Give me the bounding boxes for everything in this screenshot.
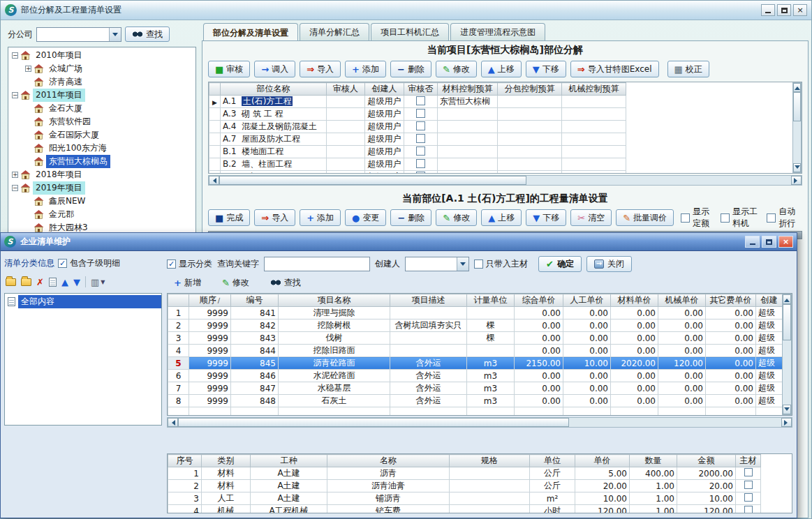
tree-item[interactable]: 阳光100东方海 (8, 142, 195, 155)
add-button[interactable]: +添加 (345, 61, 386, 77)
creator-combobox[interactable] (405, 257, 469, 271)
batch-price-button[interactable]: ✎批量调价 (616, 209, 674, 226)
auto-wrap-option[interactable]: 自动折行 (767, 206, 802, 230)
find-button[interactable]: 查找 (125, 27, 170, 42)
import-gantt-excel-button[interactable]: ⇒导入甘特图Excel (570, 61, 659, 77)
tree-item[interactable]: 金石大厦 (8, 102, 195, 115)
col-material-budget[interactable]: 材料控制预算 (438, 83, 498, 96)
tree-item[interactable]: 金石国际大厦 (8, 128, 195, 142)
collapse-icon[interactable]: − (12, 92, 18, 98)
scrollbar-thumb[interactable] (793, 92, 801, 121)
detail-row[interactable]: 3人工A土建铺沥青m²10.001.0010.00 (168, 492, 761, 505)
finish-button[interactable]: ■完成 (208, 209, 250, 226)
col-subcontract-budget[interactable]: 分包控制预算 (498, 83, 562, 96)
tree-item[interactable]: +2018年项目 (8, 168, 195, 181)
expand-icon[interactable]: + (12, 172, 18, 178)
move-down-button[interactable]: ▼下移 (526, 61, 566, 77)
parts-vertical-scrollbar[interactable] (792, 82, 802, 173)
list-row[interactable]: 39999843伐树棵0.000.000.000.000.00超级 (168, 332, 783, 345)
col-amount[interactable]: 金额 (677, 455, 736, 467)
col-trade[interactable]: 工种 (251, 455, 327, 467)
audit-checkbox[interactable] (416, 159, 425, 168)
parts-row[interactable]: B.1 楼地面工程 超级用户 (209, 146, 626, 158)
combo-arrow-icon[interactable] (109, 28, 121, 41)
edit-folder-icon[interactable] (21, 278, 31, 286)
open-folder-icon[interactable] (6, 278, 16, 286)
move-up-button[interactable]: ▲上移 (481, 61, 522, 77)
col-unit[interactable]: 单位 (530, 455, 575, 467)
scroll-up-icon[interactable] (783, 294, 791, 304)
tree-item-selected[interactable]: 东营恒大棕榈岛 (8, 155, 195, 168)
list-row[interactable]: 69999846水泥砼路面含外运m30.000.000.000.000.00超级 (168, 370, 783, 382)
show-category-option[interactable]: ✓ 显示分类 (167, 258, 212, 270)
col-auditor[interactable]: 审核人 (327, 83, 365, 96)
scrollbar-thumb[interactable] (783, 304, 791, 340)
main-material-checkbox[interactable] (744, 506, 753, 513)
col-creator[interactable]: 创建人 (365, 83, 404, 96)
tab-progress-flow[interactable]: 进度管理流程示意图 (450, 23, 545, 40)
delete-button[interactable]: −删除 (390, 61, 431, 77)
detail-row[interactable]: 1材料A土建沥青公斤5.00400.002000.00 (168, 467, 761, 480)
minimize-button[interactable] (745, 236, 760, 248)
tree-item[interactable]: −2019年项目 (8, 181, 195, 195)
scrollbar-thumb[interactable] (219, 176, 526, 185)
combo-arrow-icon[interactable] (457, 257, 468, 271)
col-composite-price[interactable]: 综合单价 (515, 294, 563, 307)
list-row[interactable]: 89999848石灰土含外运m30.000.000.000.000.00超级 (168, 395, 783, 407)
col-code[interactable]: 编号 (231, 294, 279, 307)
tab-materials-summary[interactable]: 项目工料机汇总 (371, 23, 449, 40)
tree-item[interactable]: +众城广场 (8, 62, 195, 75)
move-down-icon[interactable]: ▼ (73, 278, 80, 287)
calibrate-button[interactable]: ▦校正 (667, 61, 709, 77)
tree-item[interactable]: 东营软件园 (8, 115, 195, 128)
col-main-material[interactable]: 主材 (736, 455, 761, 467)
list-row[interactable]: 19999841清理与掘除0.000.000.000.000.00超级 (168, 307, 783, 319)
col-other-price[interactable]: 其它费单价 (706, 294, 756, 307)
list-row[interactable]: 29999842挖除树根含树坑回填夯实只棵0.000.000.000.000.0… (168, 319, 783, 332)
parts-horizontal-scrollbar[interactable] (208, 175, 802, 186)
new-button[interactable]: +新增 (168, 275, 207, 290)
list-row[interactable]: 49999844挖除旧路面0.000.000.000.000.00超级 (168, 345, 783, 357)
detail-row[interactable]: 2材料A土建沥青油膏公斤20.001.0020.00 (168, 480, 761, 492)
audit-checkbox[interactable] (416, 96, 425, 105)
close-button[interactable]: × (778, 236, 793, 248)
main-material-checkbox[interactable] (744, 468, 753, 476)
maximize-button[interactable] (762, 236, 776, 248)
col-order[interactable]: 顺序∕ (189, 294, 231, 307)
detail-row[interactable]: 4机械A工程机械铲车费小时120.001.00120.00 (168, 505, 761, 514)
col-material-price[interactable]: 材料单价 (611, 294, 658, 307)
col-seq[interactable]: 序号 (168, 455, 202, 467)
load-in-button[interactable]: →调入 (254, 61, 295, 77)
find-button[interactable]: 查找 (265, 275, 307, 290)
sheet-icon[interactable] (49, 278, 57, 287)
collapse-icon[interactable]: − (12, 185, 18, 191)
minimize-button[interactable] (761, 4, 775, 16)
tree-item[interactable]: 金元郡 (8, 208, 195, 221)
scroll-right-icon[interactable] (791, 176, 802, 185)
scroll-left-icon[interactable] (209, 176, 219, 185)
only-main-material-checkbox[interactable] (474, 260, 483, 269)
parts-row[interactable]: B.2 墙、柱面工程 超级用户 (209, 158, 626, 171)
import-button[interactable]: ⇒导入 (254, 209, 295, 226)
show-quota-checkbox[interactable] (681, 213, 690, 223)
show-quota-option[interactable]: 显示定额 (681, 206, 716, 230)
col-quantity[interactable]: 数量 (630, 455, 677, 467)
only-main-material-option[interactable]: 只带入主材 (474, 258, 528, 270)
main-material-checkbox[interactable] (744, 481, 753, 489)
audit-checkbox[interactable] (416, 109, 425, 118)
col-name[interactable]: 名称 (327, 455, 450, 467)
show-materials-option[interactable]: 显示工料机 (721, 206, 762, 230)
col-machine-price[interactable]: 机械单价 (658, 294, 706, 307)
tree-item-all-content[interactable]: 全部内容 (5, 295, 161, 308)
branch-combobox[interactable] (36, 27, 121, 42)
change-button[interactable]: ●变更 (345, 209, 386, 226)
close-dialog-button[interactable]: → 关闭 (586, 256, 632, 272)
collapse-icon[interactable]: − (12, 52, 18, 59)
scroll-down-icon[interactable] (793, 163, 801, 172)
include-children-checkbox[interactable]: ✓ (58, 259, 67, 268)
col-item-desc[interactable]: 项目描述 (390, 294, 467, 307)
modify-button[interactable]: ✎修改 (436, 61, 477, 77)
scroll-right-icon[interactable] (781, 418, 792, 427)
col-labor-price[interactable]: 人工单价 (563, 294, 611, 307)
import-button[interactable]: ⇒导入 (300, 61, 341, 77)
